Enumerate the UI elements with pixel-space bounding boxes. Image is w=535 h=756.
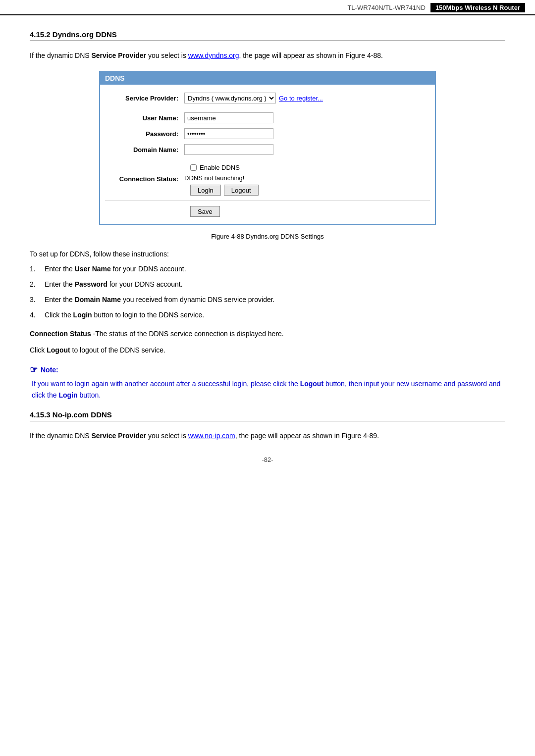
note-text: If you want to login again with another … [32, 378, 505, 401]
step-4: 4. Click the Login button to login to th… [30, 310, 505, 320]
note-icon: ☞ [30, 364, 38, 375]
logout-button[interactable]: Logout [224, 185, 259, 196]
save-button[interactable]: Save [190, 206, 220, 217]
step-4-num: 4. [30, 310, 45, 320]
connection-status-label: Connection Status: [105, 174, 184, 183]
username-input[interactable] [184, 112, 273, 123]
intro-bold: Service Provider [92, 51, 147, 59]
connection-status-value: DDNS not launching! [184, 174, 244, 182]
password-label: Password: [105, 130, 184, 138]
conn-status-text: -The status of the DDNS service connecti… [91, 330, 284, 338]
section2-intro-3: , the page will appear as shown in Figur… [235, 432, 379, 440]
ddns-panel: DDNS Service Provider: Dyndns ( www.dynd… [99, 71, 436, 225]
figure-caption: Figure 4-88 Dyndns.org DDNS Settings [30, 233, 505, 240]
password-row: Password: [105, 128, 430, 139]
note-header: ☞ Note: [30, 364, 505, 375]
username-value [184, 112, 273, 123]
setup-heading: To set up for DDNS, follow these instruc… [30, 250, 505, 258]
step-4-text: Click the Login button to login to the D… [45, 310, 204, 320]
login-logout-buttons: Login Logout [105, 185, 430, 196]
noip-link[interactable]: www.no-ip.com [188, 432, 235, 440]
note-text-3: button. [78, 391, 101, 399]
step-3: 3. Enter the Domain Name you received fr… [30, 295, 505, 305]
password-input[interactable] [184, 128, 273, 139]
page-header: TL-WR740N/TL-WR741ND 150Mbps Wireless N … [0, 0, 535, 15]
note-text-1: If you want to login again with another … [32, 380, 300, 388]
step-1-num: 1. [30, 264, 45, 274]
intro-text-2: you select is [146, 51, 188, 59]
service-provider-row: Service Provider: Dyndns ( www.dyndns.or… [105, 93, 430, 103]
service-provider-value: Dyndns ( www.dyndns.org ) Go to register… [184, 93, 323, 103]
password-value [184, 128, 273, 139]
service-provider-label: Service Provider: [105, 95, 184, 102]
section2-intro: If the dynamic DNS Service Provider you … [30, 430, 505, 441]
instructions-list: 1. Enter the User Name for your DDNS acc… [30, 264, 505, 320]
section-1-heading: 4.15.2 Dyndns.org DDNS [30, 30, 505, 41]
domain-label: Domain Name: [105, 146, 184, 153]
step-1: 1. Enter the User Name for your DDNS acc… [30, 264, 505, 274]
step-1-text: Enter the User Name for your DDNS accoun… [45, 264, 186, 274]
page-footer: -82- [30, 456, 505, 473]
step-3-num: 3. [30, 295, 45, 305]
go-to-register-link[interactable]: Go to register... [279, 95, 323, 102]
intro-text-3: , the page will appear as shown in Figur… [239, 51, 383, 59]
connection-status-row: Connection Status: DDNS not launching! [105, 174, 430, 183]
main-content: 4.15.2 Dyndns.org DDNS If the dynamic DN… [0, 15, 535, 488]
enable-ddns-label: Enable DDNS [200, 164, 240, 171]
note-bold-1: Logout [300, 380, 323, 388]
section-2: 4.15.3 No-ip.com DDNS If the dynamic DNS… [30, 410, 505, 441]
username-label: User Name: [105, 114, 184, 122]
note-keyword: Note: [41, 366, 58, 374]
intro-paragraph: If the dynamic DNS Service Provider you … [30, 50, 505, 61]
username-row: User Name: [105, 112, 430, 123]
ddns-panel-title: DDNS [100, 72, 435, 85]
domain-value [184, 144, 273, 155]
step-2-num: 2. [30, 279, 45, 290]
dyndns-link[interactable]: www.dyndns.org [188, 51, 239, 59]
logout-bold: Logout [47, 346, 70, 354]
page-number: -82- [262, 456, 273, 463]
section-2-heading: 4.15.3 No-ip.com DDNS [30, 410, 505, 421]
service-provider-select[interactable]: Dyndns ( www.dyndns.org ) [184, 93, 276, 103]
logout-note-before: Click [30, 346, 47, 354]
conn-status-bold: Connection Status [30, 330, 91, 338]
section2-intro-bold: Service Provider [92, 432, 147, 440]
ddns-panel-body: Service Provider: Dyndns ( www.dyndns.or… [100, 85, 435, 224]
step-2: 2. Enter the Password for your DDNS acco… [30, 279, 505, 290]
step-2-text: Enter the Password for your DDNS account… [45, 279, 183, 290]
connection-status-note: Connection Status -The status of the DDN… [30, 328, 505, 339]
login-button[interactable]: Login [190, 185, 221, 196]
domain-input[interactable] [184, 144, 273, 155]
step-3-text: Enter the Domain Name you received from … [45, 295, 275, 305]
logout-note-after: to logout of the DDNS service. [70, 346, 165, 354]
enable-ddns-row: Enable DDNS [105, 164, 430, 171]
section2-intro-1: If the dynamic DNS [30, 432, 92, 440]
header-model: TL-WR740N/TL-WR741ND [347, 4, 425, 11]
section2-intro-2: you select is [146, 432, 188, 440]
note-section: ☞ Note: If you want to login again with … [30, 364, 505, 401]
logout-note: Click Logout to logout of the DDNS servi… [30, 345, 505, 355]
header-product: 150Mbps Wireless N Router [430, 3, 525, 12]
note-bold-2: Login [58, 391, 77, 399]
enable-ddns-checkbox[interactable] [190, 164, 197, 171]
save-row: Save [105, 201, 430, 219]
domain-row: Domain Name: [105, 144, 430, 155]
intro-text-1: If the dynamic DNS [30, 51, 92, 59]
